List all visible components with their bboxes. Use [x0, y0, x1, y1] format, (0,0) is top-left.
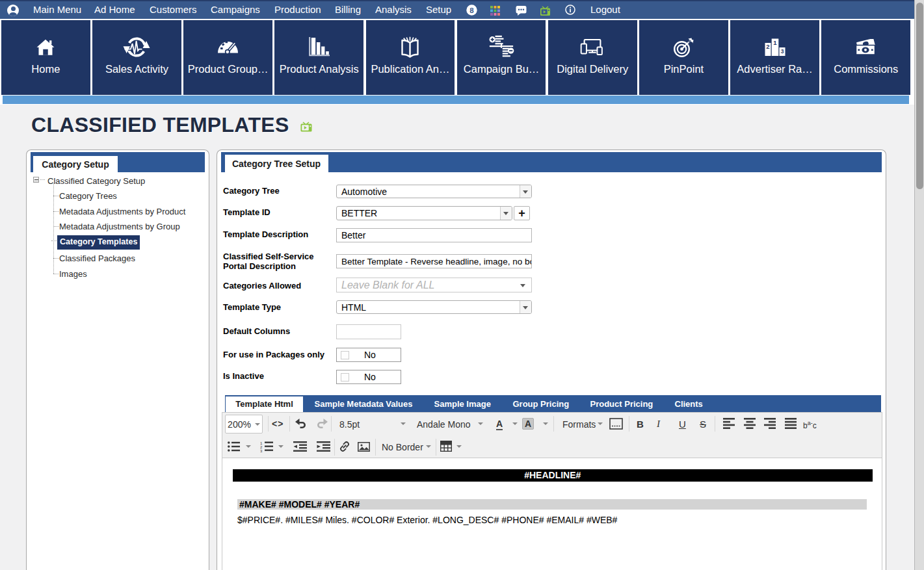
svg-text:1: 1	[773, 38, 777, 45]
svg-text:8: 8	[469, 6, 474, 14]
svg-text:3: 3	[780, 48, 784, 55]
svg-text:2: 2	[766, 42, 769, 49]
svg-text:3: 3	[260, 449, 263, 453]
